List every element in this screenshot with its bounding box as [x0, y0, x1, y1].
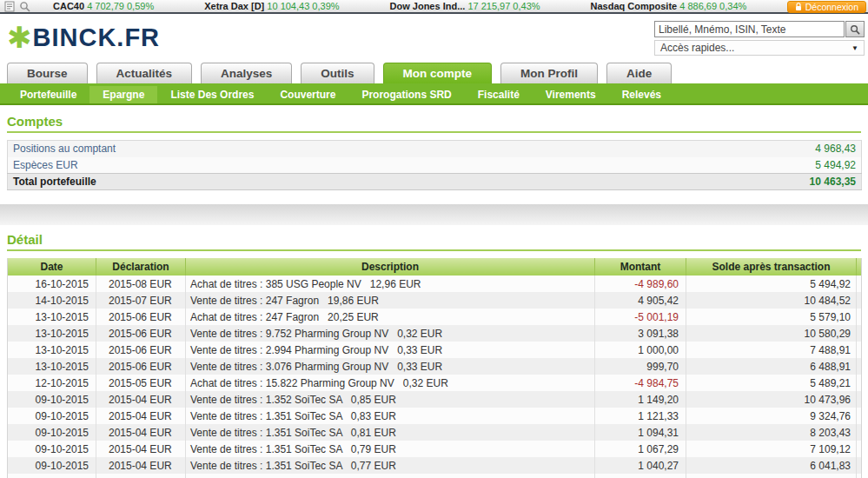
comptes-divider — [7, 131, 861, 133]
cell-declaration: 2015-06 EUR — [96, 358, 186, 375]
detail-row: 12-10-2015 2015-05 EUR Achat de titres :… — [8, 375, 862, 391]
ticker-item[interactable]: Dow Jones Ind... 17 215,97 0,43% — [390, 1, 540, 11]
cell-montant: -4 999,44 — [595, 474, 686, 478]
detail-divider — [7, 249, 861, 251]
subnav-item-portefeuille[interactable]: Portefeuille — [7, 86, 89, 103]
subnav-item-epargne[interactable]: Epargne — [89, 86, 157, 103]
cell-filler — [857, 375, 862, 391]
cell-solde: 7 109,12 — [686, 441, 857, 457]
cell-declaration: 2015-05 EUR — [96, 375, 186, 391]
magnifier-icon[interactable] — [19, 1, 30, 12]
ticker-value: 4 886,69 0,34% — [679, 1, 746, 11]
tab-mon-compte[interactable]: Mon compte — [383, 63, 493, 83]
ticker-item[interactable]: Xetra Dax [D] 10 104,43 0,39% — [204, 1, 339, 11]
ticker-label: CAC40 — [53, 1, 87, 11]
cell-filler — [857, 358, 862, 375]
cell-date: 12-10-2015 — [8, 375, 96, 391]
masthead: ✱ BINCK.FR Accès rapides... ▼ — [0, 14, 868, 63]
cell-filler — [857, 474, 862, 478]
cell-solde: 5 489,21 — [686, 375, 857, 391]
subnav-item-fiscalité[interactable]: Fiscalité — [465, 86, 533, 103]
cell-solde: 10 473,96 — [686, 391, 857, 408]
cell-montant: 4 905,42 — [595, 292, 686, 309]
cell-declaration: 2015-04 EUR — [96, 424, 186, 441]
cell-declaration: 2015-06 EUR — [96, 342, 186, 358]
cell-montant: -4 984,75 — [595, 375, 686, 391]
tab-aide[interactable]: Aide — [606, 63, 672, 83]
cell-description: Vente de titres : 2.994 Pharming Group N… — [186, 342, 595, 358]
ticker-item[interactable]: Nasdaq Composite 4 886,69 0,34% — [591, 1, 747, 11]
cell-solde: 5 001,56 — [686, 474, 857, 478]
cell-declaration: 2015-03 EUR — [96, 474, 186, 478]
cell-declaration: 2015-06 EUR — [96, 325, 186, 342]
ticker-item[interactable]: CAC40 4 702,79 0,59% — [53, 1, 154, 11]
search-area: Accès rapides... ▼ — [654, 21, 865, 56]
cell-montant: 1 121,33 — [595, 408, 686, 424]
cell-filler — [857, 391, 862, 408]
cell-solde: 6 488,91 — [686, 358, 857, 375]
cell-montant: 999,70 — [595, 358, 686, 375]
subnav-item-couverture[interactable]: Couverture — [267, 86, 348, 103]
cell-montant: 3 091,38 — [595, 325, 686, 342]
quick-access-label: Accès rapides... — [660, 42, 734, 54]
cell-montant: 1 149,20 — [595, 391, 686, 408]
cell-description: Vente de titres : 1.352 SoiTec SA 0,85 E… — [186, 391, 595, 408]
content: Comptes Positions au comptant 4 968,43 E… — [0, 105, 868, 478]
cell-description: Vente de titres : 3.076 Pharming Group N… — [186, 358, 595, 375]
cell-description: Achat de titres : 6.756 SoiTec SA 0,74 E… — [186, 474, 595, 478]
document-icon[interactable] — [4, 1, 15, 12]
detail-row: 08-10-2015 2015-03 EUR Achat de titres :… — [8, 474, 862, 478]
subnav-item-relevés[interactable]: Relevés — [609, 86, 674, 103]
cell-description: Vente de titres : 1.351 SoiTec SA 0,77 E… — [186, 457, 595, 474]
tab-mon-profil[interactable]: Mon Profil — [500, 63, 598, 83]
cell-filler — [857, 276, 862, 292]
cell-filler — [857, 292, 862, 309]
cell-description: Achat de titres : 247 Fagron 20,25 EUR — [186, 309, 595, 325]
logo-text: BINCK.FR — [33, 23, 161, 52]
tab-actualités[interactable]: Actualités — [96, 63, 193, 83]
sub-nav: PortefeuilleEpargneListe Des OrdresCouve… — [0, 86, 868, 105]
cell-date: 09-10-2015 — [8, 457, 96, 474]
binck-logo[interactable]: ✱ BINCK.FR — [7, 23, 160, 52]
cell-date: 13-10-2015 — [8, 358, 96, 375]
search-icon — [850, 24, 860, 35]
cell-filler — [857, 424, 862, 441]
comptes-title: Comptes — [7, 114, 861, 129]
quick-access-dropdown[interactable]: Accès rapides... ▼ — [654, 40, 865, 56]
section-separator — [0, 204, 868, 225]
cell-filler — [857, 325, 862, 342]
column-header-filler — [857, 258, 862, 276]
account-link[interactable]: Espèces EUR — [8, 157, 616, 174]
account-link[interactable]: Positions au comptant — [8, 141, 616, 157]
detail-title: Détail — [7, 232, 861, 247]
tab-bourse[interactable]: Bourse — [7, 63, 88, 83]
column-header-solde-après-transaction: Solde après transaction — [686, 258, 857, 276]
column-header-déclaration: Déclaration — [96, 258, 186, 276]
cell-solde: 7 488,91 — [686, 342, 857, 358]
subnav-item-virements[interactable]: Virements — [533, 86, 609, 103]
cell-filler — [857, 342, 862, 358]
search-input[interactable] — [654, 21, 845, 37]
detail-row: 09-10-2015 2015-04 EUR Vente de titres :… — [8, 391, 862, 408]
logout-button[interactable]: Déconnexion — [787, 1, 866, 13]
detail-row: 14-10-2015 2015-07 EUR Vente de titres :… — [8, 292, 862, 309]
cell-solde: 5 494,92 — [686, 276, 857, 292]
ticker-value: 17 215,97 0,43% — [467, 1, 540, 11]
cell-date: 14-10-2015 — [8, 292, 96, 309]
detail-row: 09-10-2015 2015-04 EUR Vente de titres :… — [8, 424, 862, 441]
ticker-value: 10 104,43 0,39% — [267, 1, 339, 11]
cell-description: Vente de titres : 1.351 SoiTec SA 0,81 E… — [186, 424, 595, 441]
tab-analyses[interactable]: Analyses — [201, 63, 292, 83]
cell-solde: 8 203,43 — [686, 424, 857, 441]
ticker-items: CAC40 4 702,79 0,59% Xetra Dax [D] 10 10… — [53, 1, 797, 11]
cell-date: 16-10-2015 — [8, 276, 96, 292]
cell-filler — [857, 309, 862, 325]
cell-montant: 1 040,27 — [595, 457, 686, 474]
search-button[interactable] — [845, 21, 865, 37]
subnav-item-prorogations-srd[interactable]: Prorogations SRD — [348, 86, 464, 103]
detail-row: 13-10-2015 2015-06 EUR Vente de titres :… — [8, 342, 862, 358]
cell-filler — [857, 457, 862, 474]
tab-outils[interactable]: Outils — [301, 63, 374, 83]
chevron-down-icon: ▼ — [851, 44, 858, 52]
subnav-item-liste-des-ordres[interactable]: Liste Des Ordres — [157, 86, 267, 103]
